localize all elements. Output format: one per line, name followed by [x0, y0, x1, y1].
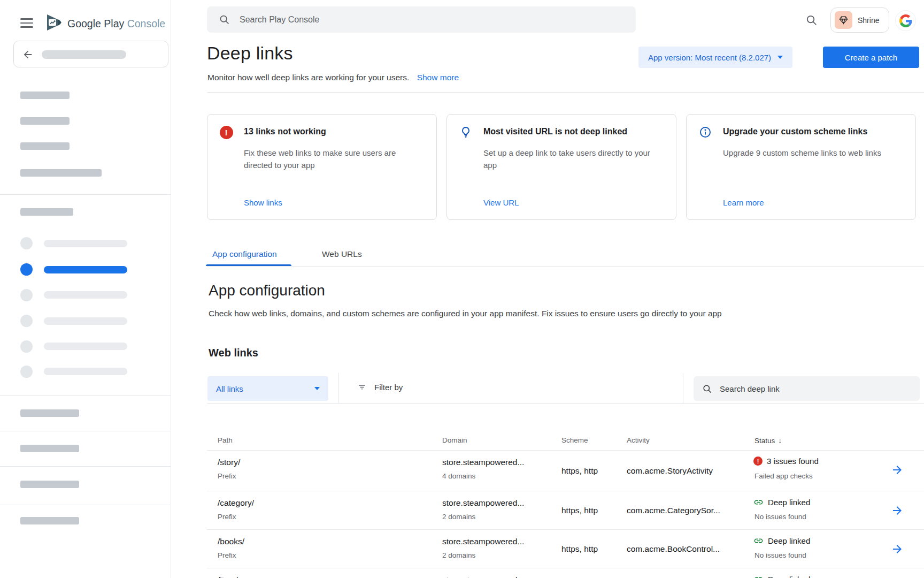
sort-descending-icon: ↓: [778, 436, 782, 445]
sidebar-skeleton-bar: [20, 142, 70, 150]
view-url-link[interactable]: View URL: [483, 198, 519, 207]
brand-console: Console: [127, 18, 166, 29]
app-version-dropdown[interactable]: App version: Most recent (8.2.027): [638, 47, 792, 68]
column-header-path[interactable]: Path: [218, 436, 233, 444]
brand-title: Google Play Console: [67, 18, 165, 30]
sidebar-section-skeleton[interactable]: [20, 481, 79, 488]
create-patch-button[interactable]: Create a patch: [823, 47, 919, 68]
sidebar-section-skeleton[interactable]: [20, 409, 79, 417]
show-links-link[interactable]: Show links: [244, 198, 282, 207]
link-icon: [753, 574, 764, 578]
card-title: 13 links not working: [244, 127, 326, 136]
link-icon: [753, 536, 764, 546]
back-arrow-icon[interactable]: [22, 49, 34, 63]
sidebar-skeleton-bar: [20, 169, 102, 177]
sidebar-skeleton-bar: [20, 117, 70, 125]
toolbar-divider: [338, 373, 339, 404]
play-console-logo-icon: [45, 13, 63, 34]
row-activity: com.acme.CategorySor...: [627, 506, 720, 515]
card-links-not-working: ! 13 links not working Fix these web lin…: [207, 114, 437, 220]
row-path: /item/: [218, 575, 238, 578]
table-row[interactable]: /story/ Prefix store.steampowered... 4 d…: [207, 450, 924, 491]
column-header-status[interactable]: Status↓: [754, 436, 782, 445]
card-upgrade-custom-scheme: Upgrade your custom scheme links Upgrade…: [686, 114, 916, 220]
section-heading: App configuration: [209, 282, 325, 299]
shrine-app-icon: [835, 11, 852, 29]
row-domain: store.steampowered...: [442, 458, 524, 467]
learn-more-link[interactable]: Learn more: [723, 198, 764, 207]
app-switcher[interactable]: [13, 41, 168, 67]
column-header-domain[interactable]: Domain: [442, 436, 467, 444]
table-row[interactable]: /item/ store.steampowered... Deep linked: [207, 568, 924, 578]
google-logo-icon: [899, 14, 912, 27]
search-placeholder: Search Play Console: [240, 15, 319, 25]
card-title: Most visited URL is not deep linked: [483, 127, 627, 136]
search-deep-link-input[interactable]: Search deep link: [694, 376, 920, 401]
sidebar-divider: [0, 431, 171, 431]
menu-icon[interactable]: [20, 18, 33, 28]
sidebar-divider: [0, 194, 171, 195]
search-icon: [219, 14, 230, 25]
google-account-button[interactable]: [895, 10, 916, 31]
page-title: Deep links: [207, 43, 293, 64]
info-icon: [698, 125, 712, 139]
table-row[interactable]: /category/ Prefix store.steampowered... …: [207, 491, 924, 529]
current-app-chip[interactable]: Shrine: [830, 7, 889, 33]
links-filter-value: All links: [216, 384, 243, 393]
lightbulb-icon: [459, 125, 473, 139]
row-status: Deep linked: [768, 575, 810, 578]
section-description: Check how web links, domains, and custom…: [209, 309, 722, 318]
sidebar-section-skeleton: [20, 208, 73, 216]
row-domain-count: 4 domains: [442, 472, 475, 480]
row-path: /books/: [218, 537, 244, 546]
open-row-arrow-icon[interactable]: [891, 463, 904, 476]
current-app-name: Shrine: [858, 16, 879, 25]
header-divider: [207, 92, 924, 93]
links-filter-dropdown[interactable]: All links: [207, 376, 328, 401]
sidebar-divider: [0, 505, 171, 505]
sidebar-section-skeleton[interactable]: [20, 445, 79, 452]
sidebar-divider: [0, 466, 171, 467]
column-header-activity[interactable]: Activity: [627, 436, 650, 444]
row-activity: com.acme.StoryActivity: [627, 466, 713, 476]
filter-by-label: Filter by: [374, 383, 403, 392]
app-version-label: App version: Most recent (8.2.027): [648, 53, 771, 62]
sidebar-section-skeleton[interactable]: [20, 517, 79, 524]
row-status: 3 issues found: [767, 457, 819, 466]
filter-by-button[interactable]: Filter by: [357, 382, 403, 392]
open-row-arrow-icon[interactable]: [891, 504, 904, 517]
search-deep-link-placeholder: Search deep link: [720, 384, 780, 393]
search-icon: [702, 384, 712, 394]
column-header-scheme[interactable]: Scheme: [561, 436, 588, 444]
row-path: /story/: [218, 458, 240, 467]
card-body: Fix these web links to make sure users a…: [244, 147, 413, 171]
tab-web-urls[interactable]: Web URLs: [322, 249, 362, 259]
row-status-detail: No issues found: [754, 513, 806, 521]
row-domain: store.steampowered...: [442, 575, 524, 578]
sidebar-divider: [0, 395, 171, 396]
link-icon: [753, 497, 764, 507]
row-domain-count: 2 domains: [442, 551, 475, 559]
error-icon: !: [220, 126, 233, 139]
tab-app-configuration[interactable]: App configuration: [212, 249, 277, 259]
card-body: Set up a deep link to take users directl…: [483, 147, 652, 171]
row-scheme: https, http: [561, 466, 598, 476]
table-row[interactable]: /books/ Prefix store.steampowered... 2 d…: [207, 529, 924, 568]
row-scheme: https, http: [561, 544, 598, 554]
search-icon-button[interactable]: [805, 14, 818, 28]
page-subtitle: Monitor how well deep links are working …: [207, 73, 459, 82]
app-name-skeleton: [42, 50, 126, 59]
chevron-down-icon: [314, 387, 320, 390]
row-domain-count: 2 domains: [442, 513, 475, 521]
row-path-type: Prefix: [218, 472, 236, 480]
tab-bar-divider: [207, 266, 924, 267]
brand-google-play: Google Play: [67, 18, 124, 29]
row-status-detail: Failed app checks: [754, 472, 813, 480]
toolbar-bottom-divider: [207, 403, 924, 404]
show-more-link[interactable]: Show more: [417, 73, 459, 82]
subtitle-text: Monitor how well deep links are working …: [207, 73, 409, 82]
search-play-console-input[interactable]: Search Play Console: [207, 6, 636, 33]
open-row-arrow-icon[interactable]: [891, 543, 904, 556]
card-title: Upgrade your custom scheme links: [723, 127, 867, 136]
sidebar-skeleton-bar: [20, 92, 70, 99]
